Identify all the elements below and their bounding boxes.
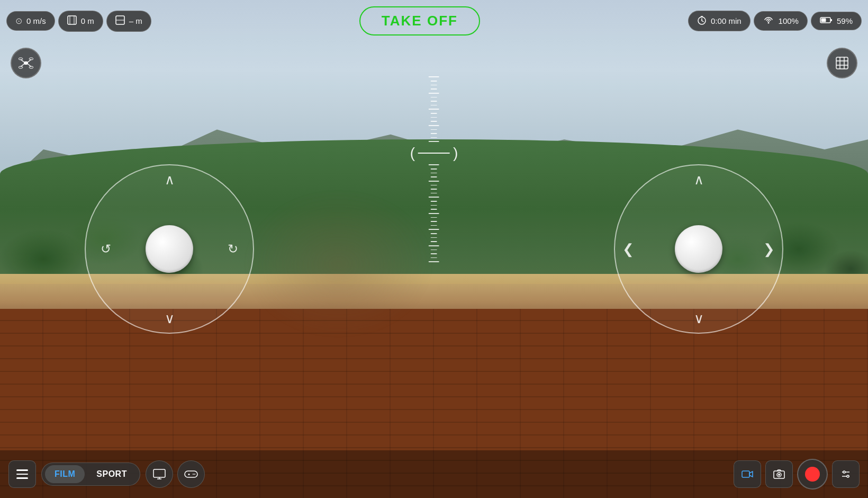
video-icon: [742, 470, 753, 478]
left-joystick-ring[interactable]: ∧ ∨ ↺ ↻: [85, 164, 254, 334]
ruler-tick: [431, 168, 437, 170]
right-joystick-left-arrow: ❮: [622, 242, 634, 256]
ruler-tick: [431, 121, 437, 122]
svg-point-42: [847, 475, 849, 477]
drone-mode-button[interactable]: [11, 48, 41, 78]
record-button[interactable]: [797, 459, 828, 490]
svg-point-33: [193, 474, 194, 475]
right-joystick[interactable]: ∧ ∨ ❮ ❯: [614, 164, 783, 334]
ruler-tick: [431, 173, 437, 174]
ruler-tick: [431, 117, 437, 118]
gamepad-view-button[interactable]: [177, 460, 205, 488]
timer-stat: 0:00 min: [688, 11, 751, 31]
ruler-tick: [431, 176, 437, 177]
right-joystick-thumb[interactable]: [675, 225, 722, 273]
svg-rect-11: [830, 19, 832, 21]
right-joystick-ring[interactable]: ∧ ∨ ❮ ❯: [614, 164, 783, 334]
monkey-subject: [243, 189, 434, 339]
ruler-tick: [431, 81, 437, 82]
ruler-tick: [431, 137, 437, 138]
left-joystick[interactable]: ∧ ∨ ↺ ↻: [85, 164, 254, 334]
battery-value: 59%: [837, 16, 853, 25]
ruler-tick: [431, 201, 437, 202]
signal-icon: [763, 16, 774, 26]
right-joystick-right-arrow: ❯: [763, 242, 775, 256]
ruler-tick: [431, 101, 437, 102]
ruler-tick: [431, 88, 437, 90]
grid-icon: [835, 56, 849, 70]
ruler-tick: [429, 245, 439, 246]
gamepad-icon: [184, 469, 198, 479]
ruler-tick: [429, 261, 439, 262]
menu-line: [16, 469, 28, 471]
sport-mode-button[interactable]: SPORT: [87, 465, 137, 483]
grid-view-button[interactable]: [827, 48, 857, 78]
ruler-tick: [429, 125, 439, 126]
timer-icon: [697, 15, 707, 26]
svg-point-41: [843, 471, 845, 473]
left-joystick-rotate-left-arrow: ↺: [101, 242, 111, 256]
photo-icon: [773, 469, 785, 479]
svg-rect-26: [836, 57, 848, 69]
altitude-ruler: ( ): [410, 75, 458, 423]
flight-mode-selector: FILM SPORT: [41, 463, 140, 486]
svg-rect-30: [185, 471, 197, 477]
ruler-tick: [431, 241, 437, 242]
svg-rect-13: [24, 61, 28, 65]
take-off-button[interactable]: TAKE OFF: [359, 6, 480, 35]
svg-point-38: [778, 474, 780, 476]
film-mode-button[interactable]: FILM: [45, 465, 85, 483]
ruler-tick: [431, 205, 437, 206]
altitude-icon: [115, 15, 125, 27]
record-dot: [805, 467, 820, 482]
monitor-icon: [153, 469, 166, 479]
ruler-tick: [431, 257, 437, 259]
left-bracket: (: [410, 146, 415, 161]
ruler-tick: [429, 164, 439, 165]
settings-icon: [840, 468, 852, 480]
left-joystick-up-arrow: ∧: [165, 173, 175, 186]
altitude-value: – m: [129, 16, 142, 25]
svg-rect-27: [153, 469, 165, 477]
settings-button[interactable]: [832, 460, 860, 488]
battery-stat: 59%: [811, 12, 862, 30]
svg-line-7: [702, 21, 703, 22]
hud-top-bar: ⊙ 0 m/s 0 m – m TAKE OFF: [6, 6, 862, 35]
ruler-tick: [431, 233, 437, 234]
svg-point-9: [767, 22, 769, 24]
view-mode-icons: [146, 460, 205, 488]
ruler-tick: [431, 133, 437, 134]
battery-icon: [820, 16, 833, 25]
left-joystick-thumb[interactable]: [146, 225, 193, 273]
left-joystick-rotate-right-arrow: ↻: [228, 242, 238, 256]
ruler-tick: [431, 189, 437, 190]
ruler-tick: [431, 253, 437, 254]
ruler-tick: [431, 129, 437, 130]
photo-mode-button[interactable]: [765, 460, 793, 488]
svg-rect-0: [68, 16, 76, 24]
ruler-tick: [431, 185, 437, 186]
ruler-tick: [429, 213, 439, 214]
ruler-ticks: ( ): [410, 75, 458, 264]
menu-button[interactable]: [8, 460, 36, 488]
altitude-stat: – m: [106, 11, 151, 32]
ruler-tick: [431, 225, 437, 226]
right-joystick-down-arrow: ∨: [694, 312, 704, 325]
ruler-tick: [431, 85, 437, 86]
svg-rect-12: [821, 19, 826, 22]
ruler-tick: [431, 97, 437, 98]
hud-left-stats: ⊙ 0 m/s 0 m – m: [6, 11, 151, 32]
ruler-tick: [431, 113, 437, 114]
video-mode-button[interactable]: [734, 460, 761, 488]
ruler-tick: [429, 181, 439, 182]
right-bracket: ): [453, 146, 458, 161]
ruler-tick: [431, 217, 437, 218]
menu-line: [16, 477, 28, 479]
ruler-tick: [429, 76, 439, 77]
signal-value: 100%: [779, 16, 799, 25]
menu-line: [16, 474, 28, 475]
left-joystick-down-arrow: ∨: [165, 312, 175, 325]
ruler-tick: [431, 193, 437, 194]
ruler-tick: [431, 209, 437, 210]
monitor-view-button[interactable]: [146, 460, 173, 488]
